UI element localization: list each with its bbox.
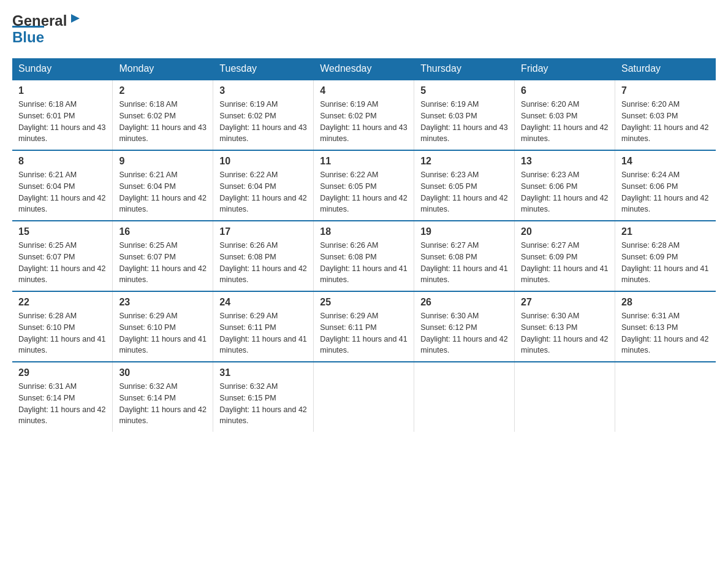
day-info: Sunrise: 6:21 AMSunset: 6:04 PMDaylight:… <box>18 170 105 213</box>
day-number: 14 <box>621 156 709 167</box>
calendar-cell: 25Sunrise: 6:29 AMSunset: 6:11 PMDayligh… <box>314 291 414 362</box>
logo-arrow-icon <box>69 12 82 28</box>
day-info: Sunrise: 6:28 AMSunset: 6:10 PMDaylight:… <box>18 312 105 354</box>
column-header-thursday: Thursday <box>414 58 515 80</box>
calendar-cell: 24Sunrise: 6:29 AMSunset: 6:11 PMDayligh… <box>213 291 314 362</box>
calendar-cell: 3Sunrise: 6:19 AMSunset: 6:02 PMDaylight… <box>213 80 314 150</box>
day-number: 29 <box>18 367 106 378</box>
day-info: Sunrise: 6:31 AMSunset: 6:14 PMDaylight:… <box>18 382 105 425</box>
calendar-cell: 8Sunrise: 6:21 AMSunset: 6:04 PMDaylight… <box>12 150 113 221</box>
calendar-cell: 23Sunrise: 6:29 AMSunset: 6:10 PMDayligh… <box>113 291 213 362</box>
day-number: 25 <box>320 297 408 308</box>
day-info: Sunrise: 6:25 AMSunset: 6:07 PMDaylight:… <box>18 241 105 284</box>
day-info: Sunrise: 6:18 AMSunset: 6:01 PMDaylight:… <box>18 100 105 143</box>
calendar-week-row: 8Sunrise: 6:21 AMSunset: 6:04 PMDaylight… <box>12 150 716 221</box>
calendar-cell: 11Sunrise: 6:22 AMSunset: 6:05 PMDayligh… <box>314 150 414 221</box>
day-number: 16 <box>119 226 207 237</box>
day-info: Sunrise: 6:31 AMSunset: 6:13 PMDaylight:… <box>621 312 708 354</box>
day-number: 3 <box>219 85 307 96</box>
calendar-cell: 16Sunrise: 6:25 AMSunset: 6:07 PMDayligh… <box>113 221 213 291</box>
day-number: 7 <box>621 85 709 96</box>
calendar-cell <box>414 362 515 432</box>
calendar-cell: 5Sunrise: 6:19 AMSunset: 6:03 PMDaylight… <box>414 80 515 150</box>
calendar-cell: 31Sunrise: 6:32 AMSunset: 6:15 PMDayligh… <box>213 362 314 432</box>
day-number: 28 <box>621 297 709 308</box>
day-number: 1 <box>18 85 106 96</box>
day-number: 31 <box>219 367 307 378</box>
day-info: Sunrise: 6:19 AMSunset: 6:02 PMDaylight:… <box>320 100 407 143</box>
calendar-cell: 9Sunrise: 6:21 AMSunset: 6:04 PMDaylight… <box>113 150 213 221</box>
day-info: Sunrise: 6:20 AMSunset: 6:03 PMDaylight:… <box>521 100 608 143</box>
calendar-cell: 29Sunrise: 6:31 AMSunset: 6:14 PMDayligh… <box>12 362 113 432</box>
calendar-cell: 7Sunrise: 6:20 AMSunset: 6:03 PMDaylight… <box>615 80 716 150</box>
page-header: General Blue <box>12 12 716 46</box>
day-number: 4 <box>320 85 408 96</box>
calendar-cell: 28Sunrise: 6:31 AMSunset: 6:13 PMDayligh… <box>615 291 716 362</box>
calendar-table: SundayMondayTuesdayWednesdayThursdayFrid… <box>12 58 716 432</box>
day-number: 8 <box>18 156 106 167</box>
calendar-cell: 26Sunrise: 6:30 AMSunset: 6:12 PMDayligh… <box>414 291 515 362</box>
day-info: Sunrise: 6:30 AMSunset: 6:13 PMDaylight:… <box>521 312 608 354</box>
day-number: 27 <box>521 297 609 308</box>
calendar-cell <box>515 362 615 432</box>
day-info: Sunrise: 6:19 AMSunset: 6:03 PMDaylight:… <box>420 100 507 143</box>
day-info: Sunrise: 6:27 AMSunset: 6:09 PMDaylight:… <box>521 241 608 284</box>
column-header-wednesday: Wednesday <box>314 58 414 80</box>
day-number: 19 <box>420 226 508 237</box>
day-info: Sunrise: 6:19 AMSunset: 6:02 PMDaylight:… <box>219 100 306 143</box>
day-info: Sunrise: 6:22 AMSunset: 6:04 PMDaylight:… <box>219 170 306 213</box>
calendar-cell <box>314 362 414 432</box>
calendar-week-row: 15Sunrise: 6:25 AMSunset: 6:07 PMDayligh… <box>12 221 716 291</box>
day-info: Sunrise: 6:24 AMSunset: 6:06 PMDaylight:… <box>621 170 708 213</box>
logo: General Blue <box>12 12 82 46</box>
logo-blue-text: Blue <box>12 26 44 46</box>
day-info: Sunrise: 6:23 AMSunset: 6:06 PMDaylight:… <box>521 170 608 213</box>
day-number: 21 <box>621 226 709 237</box>
day-number: 15 <box>18 226 106 237</box>
day-info: Sunrise: 6:18 AMSunset: 6:02 PMDaylight:… <box>119 100 206 143</box>
day-number: 17 <box>219 226 307 237</box>
calendar-cell: 15Sunrise: 6:25 AMSunset: 6:07 PMDayligh… <box>12 221 113 291</box>
day-info: Sunrise: 6:26 AMSunset: 6:08 PMDaylight:… <box>320 241 407 284</box>
calendar-cell: 19Sunrise: 6:27 AMSunset: 6:08 PMDayligh… <box>414 221 515 291</box>
day-number: 6 <box>521 85 609 96</box>
calendar-week-row: 29Sunrise: 6:31 AMSunset: 6:14 PMDayligh… <box>12 362 716 432</box>
column-header-sunday: Sunday <box>12 58 113 80</box>
day-number: 13 <box>521 156 609 167</box>
day-info: Sunrise: 6:23 AMSunset: 6:05 PMDaylight:… <box>420 170 507 213</box>
column-header-monday: Monday <box>113 58 213 80</box>
calendar-cell: 12Sunrise: 6:23 AMSunset: 6:05 PMDayligh… <box>414 150 515 221</box>
column-header-tuesday: Tuesday <box>213 58 314 80</box>
day-info: Sunrise: 6:27 AMSunset: 6:08 PMDaylight:… <box>420 241 507 284</box>
day-number: 2 <box>119 85 207 96</box>
day-number: 22 <box>18 297 106 308</box>
day-number: 24 <box>219 297 307 308</box>
calendar-cell: 2Sunrise: 6:18 AMSunset: 6:02 PMDaylight… <box>113 80 213 150</box>
day-number: 18 <box>320 226 408 237</box>
calendar-cell: 13Sunrise: 6:23 AMSunset: 6:06 PMDayligh… <box>515 150 615 221</box>
day-number: 12 <box>420 156 508 167</box>
day-number: 9 <box>119 156 207 167</box>
calendar-cell: 10Sunrise: 6:22 AMSunset: 6:04 PMDayligh… <box>213 150 314 221</box>
column-header-saturday: Saturday <box>615 58 716 80</box>
day-number: 23 <box>119 297 207 308</box>
calendar-cell: 14Sunrise: 6:24 AMSunset: 6:06 PMDayligh… <box>615 150 716 221</box>
calendar-cell: 22Sunrise: 6:28 AMSunset: 6:10 PMDayligh… <box>12 291 113 362</box>
calendar-cell: 30Sunrise: 6:32 AMSunset: 6:14 PMDayligh… <box>113 362 213 432</box>
calendar-cell: 18Sunrise: 6:26 AMSunset: 6:08 PMDayligh… <box>314 221 414 291</box>
calendar-cell: 6Sunrise: 6:20 AMSunset: 6:03 PMDaylight… <box>515 80 615 150</box>
calendar-cell: 1Sunrise: 6:18 AMSunset: 6:01 PMDaylight… <box>12 80 113 150</box>
calendar-cell: 17Sunrise: 6:26 AMSunset: 6:08 PMDayligh… <box>213 221 314 291</box>
calendar-cell <box>615 362 716 432</box>
day-number: 30 <box>119 367 207 378</box>
calendar-week-row: 22Sunrise: 6:28 AMSunset: 6:10 PMDayligh… <box>12 291 716 362</box>
day-info: Sunrise: 6:32 AMSunset: 6:15 PMDaylight:… <box>219 382 306 425</box>
calendar-cell: 4Sunrise: 6:19 AMSunset: 6:02 PMDaylight… <box>314 80 414 150</box>
day-number: 10 <box>219 156 307 167</box>
calendar-cell: 27Sunrise: 6:30 AMSunset: 6:13 PMDayligh… <box>515 291 615 362</box>
day-number: 11 <box>320 156 408 167</box>
day-number: 26 <box>420 297 508 308</box>
day-info: Sunrise: 6:29 AMSunset: 6:11 PMDaylight:… <box>219 312 306 354</box>
day-info: Sunrise: 6:25 AMSunset: 6:07 PMDaylight:… <box>119 241 206 284</box>
day-info: Sunrise: 6:21 AMSunset: 6:04 PMDaylight:… <box>119 170 206 213</box>
